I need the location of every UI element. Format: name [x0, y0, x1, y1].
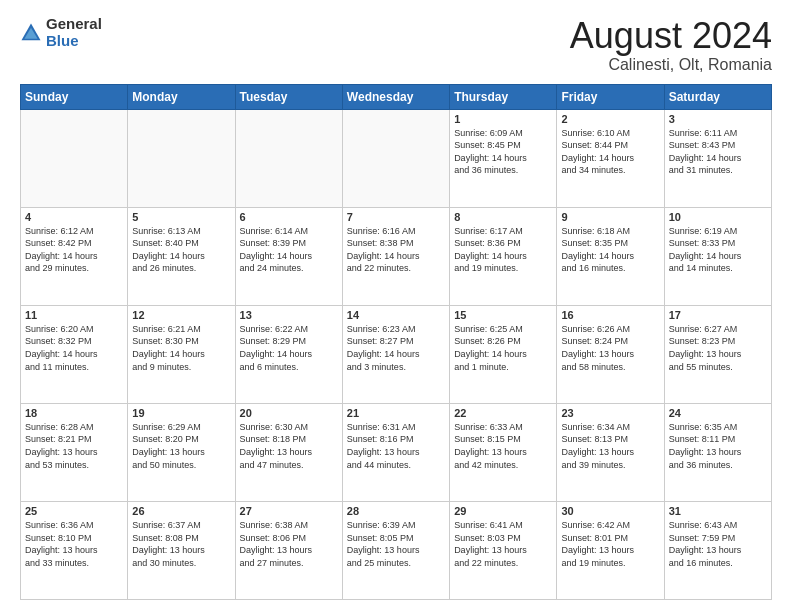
table-row: 27Sunrise: 6:38 AMSunset: 8:06 PMDayligh… [235, 501, 342, 599]
day-number: 1 [454, 113, 552, 125]
day-number: 16 [561, 309, 659, 321]
logo-text: General Blue [46, 16, 102, 49]
day-info: Sunrise: 6:42 AMSunset: 8:01 PMDaylight:… [561, 519, 659, 569]
col-sunday: Sunday [21, 84, 128, 109]
location-title: Calinesti, Olt, Romania [570, 56, 772, 74]
table-row [342, 109, 449, 207]
day-number: 11 [25, 309, 123, 321]
logo: General Blue [20, 16, 102, 49]
table-row: 29Sunrise: 6:41 AMSunset: 8:03 PMDayligh… [450, 501, 557, 599]
day-number: 28 [347, 505, 445, 517]
day-info: Sunrise: 6:16 AMSunset: 8:38 PMDaylight:… [347, 225, 445, 275]
table-row: 25Sunrise: 6:36 AMSunset: 8:10 PMDayligh… [21, 501, 128, 599]
day-number: 10 [669, 211, 767, 223]
table-row: 12Sunrise: 6:21 AMSunset: 8:30 PMDayligh… [128, 305, 235, 403]
col-monday: Monday [128, 84, 235, 109]
day-info: Sunrise: 6:11 AMSunset: 8:43 PMDaylight:… [669, 127, 767, 177]
day-info: Sunrise: 6:09 AMSunset: 8:45 PMDaylight:… [454, 127, 552, 177]
month-title: August 2024 [570, 16, 772, 56]
day-info: Sunrise: 6:17 AMSunset: 8:36 PMDaylight:… [454, 225, 552, 275]
col-tuesday: Tuesday [235, 84, 342, 109]
table-row: 31Sunrise: 6:43 AMSunset: 7:59 PMDayligh… [664, 501, 771, 599]
day-info: Sunrise: 6:23 AMSunset: 8:27 PMDaylight:… [347, 323, 445, 373]
table-row: 9Sunrise: 6:18 AMSunset: 8:35 PMDaylight… [557, 207, 664, 305]
day-info: Sunrise: 6:31 AMSunset: 8:16 PMDaylight:… [347, 421, 445, 471]
table-row: 19Sunrise: 6:29 AMSunset: 8:20 PMDayligh… [128, 403, 235, 501]
table-row: 4Sunrise: 6:12 AMSunset: 8:42 PMDaylight… [21, 207, 128, 305]
table-row: 3Sunrise: 6:11 AMSunset: 8:43 PMDaylight… [664, 109, 771, 207]
day-info: Sunrise: 6:25 AMSunset: 8:26 PMDaylight:… [454, 323, 552, 373]
day-number: 19 [132, 407, 230, 419]
table-row [235, 109, 342, 207]
day-info: Sunrise: 6:18 AMSunset: 8:35 PMDaylight:… [561, 225, 659, 275]
table-row: 14Sunrise: 6:23 AMSunset: 8:27 PMDayligh… [342, 305, 449, 403]
day-number: 21 [347, 407, 445, 419]
day-info: Sunrise: 6:13 AMSunset: 8:40 PMDaylight:… [132, 225, 230, 275]
day-info: Sunrise: 6:28 AMSunset: 8:21 PMDaylight:… [25, 421, 123, 471]
day-number: 4 [25, 211, 123, 223]
day-number: 24 [669, 407, 767, 419]
table-row: 28Sunrise: 6:39 AMSunset: 8:05 PMDayligh… [342, 501, 449, 599]
header: General Blue August 2024 Calinesti, Olt,… [20, 16, 772, 74]
day-number: 9 [561, 211, 659, 223]
table-row: 30Sunrise: 6:42 AMSunset: 8:01 PMDayligh… [557, 501, 664, 599]
logo-blue-text: Blue [46, 33, 102, 50]
col-thursday: Thursday [450, 84, 557, 109]
day-number: 25 [25, 505, 123, 517]
calendar-week-5: 25Sunrise: 6:36 AMSunset: 8:10 PMDayligh… [21, 501, 772, 599]
day-info: Sunrise: 6:26 AMSunset: 8:24 PMDaylight:… [561, 323, 659, 373]
day-number: 22 [454, 407, 552, 419]
day-info: Sunrise: 6:35 AMSunset: 8:11 PMDaylight:… [669, 421, 767, 471]
day-info: Sunrise: 6:33 AMSunset: 8:15 PMDaylight:… [454, 421, 552, 471]
table-row: 16Sunrise: 6:26 AMSunset: 8:24 PMDayligh… [557, 305, 664, 403]
day-number: 31 [669, 505, 767, 517]
day-number: 12 [132, 309, 230, 321]
day-number: 15 [454, 309, 552, 321]
table-row: 10Sunrise: 6:19 AMSunset: 8:33 PMDayligh… [664, 207, 771, 305]
day-number: 3 [669, 113, 767, 125]
day-info: Sunrise: 6:19 AMSunset: 8:33 PMDaylight:… [669, 225, 767, 275]
calendar-week-3: 11Sunrise: 6:20 AMSunset: 8:32 PMDayligh… [21, 305, 772, 403]
table-row: 18Sunrise: 6:28 AMSunset: 8:21 PMDayligh… [21, 403, 128, 501]
day-number: 8 [454, 211, 552, 223]
day-number: 20 [240, 407, 338, 419]
logo-general-text: General [46, 16, 102, 33]
day-number: 7 [347, 211, 445, 223]
day-info: Sunrise: 6:12 AMSunset: 8:42 PMDaylight:… [25, 225, 123, 275]
title-block: August 2024 Calinesti, Olt, Romania [570, 16, 772, 74]
day-info: Sunrise: 6:41 AMSunset: 8:03 PMDaylight:… [454, 519, 552, 569]
table-row: 11Sunrise: 6:20 AMSunset: 8:32 PMDayligh… [21, 305, 128, 403]
day-number: 27 [240, 505, 338, 517]
day-number: 30 [561, 505, 659, 517]
calendar-week-1: 1Sunrise: 6:09 AMSunset: 8:45 PMDaylight… [21, 109, 772, 207]
calendar-week-2: 4Sunrise: 6:12 AMSunset: 8:42 PMDaylight… [21, 207, 772, 305]
day-info: Sunrise: 6:34 AMSunset: 8:13 PMDaylight:… [561, 421, 659, 471]
logo-icon [20, 22, 42, 44]
day-number: 29 [454, 505, 552, 517]
col-wednesday: Wednesday [342, 84, 449, 109]
table-row: 7Sunrise: 6:16 AMSunset: 8:38 PMDaylight… [342, 207, 449, 305]
day-info: Sunrise: 6:39 AMSunset: 8:05 PMDaylight:… [347, 519, 445, 569]
day-number: 13 [240, 309, 338, 321]
table-row: 24Sunrise: 6:35 AMSunset: 8:11 PMDayligh… [664, 403, 771, 501]
table-row [128, 109, 235, 207]
day-info: Sunrise: 6:27 AMSunset: 8:23 PMDaylight:… [669, 323, 767, 373]
day-info: Sunrise: 6:21 AMSunset: 8:30 PMDaylight:… [132, 323, 230, 373]
table-row: 13Sunrise: 6:22 AMSunset: 8:29 PMDayligh… [235, 305, 342, 403]
col-saturday: Saturday [664, 84, 771, 109]
day-info: Sunrise: 6:10 AMSunset: 8:44 PMDaylight:… [561, 127, 659, 177]
table-row: 23Sunrise: 6:34 AMSunset: 8:13 PMDayligh… [557, 403, 664, 501]
col-friday: Friday [557, 84, 664, 109]
calendar-header-row: Sunday Monday Tuesday Wednesday Thursday… [21, 84, 772, 109]
day-info: Sunrise: 6:20 AMSunset: 8:32 PMDaylight:… [25, 323, 123, 373]
table-row: 22Sunrise: 6:33 AMSunset: 8:15 PMDayligh… [450, 403, 557, 501]
calendar-table: Sunday Monday Tuesday Wednesday Thursday… [20, 84, 772, 600]
day-number: 18 [25, 407, 123, 419]
calendar-week-4: 18Sunrise: 6:28 AMSunset: 8:21 PMDayligh… [21, 403, 772, 501]
day-info: Sunrise: 6:29 AMSunset: 8:20 PMDaylight:… [132, 421, 230, 471]
page: General Blue August 2024 Calinesti, Olt,… [0, 0, 792, 612]
table-row: 17Sunrise: 6:27 AMSunset: 8:23 PMDayligh… [664, 305, 771, 403]
table-row: 20Sunrise: 6:30 AMSunset: 8:18 PMDayligh… [235, 403, 342, 501]
table-row: 26Sunrise: 6:37 AMSunset: 8:08 PMDayligh… [128, 501, 235, 599]
day-number: 23 [561, 407, 659, 419]
